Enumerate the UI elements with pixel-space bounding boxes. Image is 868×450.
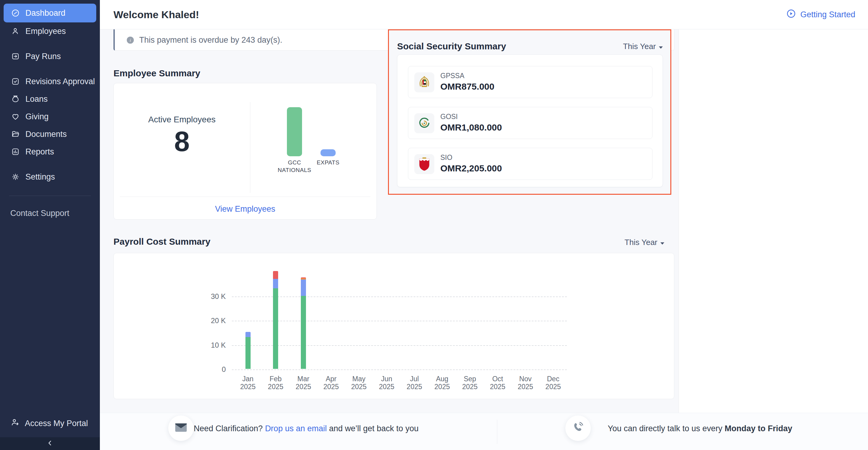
sidebar-item-label: Pay Runs <box>25 52 61 61</box>
sidebar-item-loans[interactable]: Loans <box>0 90 100 108</box>
bar-segment-blue <box>245 332 251 337</box>
period-label: This Year <box>623 42 656 51</box>
x-axis-label: Sep 2025 <box>456 375 484 391</box>
sidebar-item-label: Reports <box>25 147 54 156</box>
sidebar-item-label: Loans <box>25 94 48 104</box>
bar-segment-green <box>245 337 251 369</box>
x-axis-label: Oct 2025 <box>484 375 512 391</box>
mini-bar-expats <box>320 149 336 156</box>
right-empty-panel <box>679 29 868 413</box>
sidebar-item-employees[interactable]: Employees <box>0 22 100 40</box>
social-security-row-gosi[interactable]: GOSIOMR1,080.000 <box>408 107 652 139</box>
footer-email-prefix: Need Clarification? <box>194 424 265 433</box>
active-employees-count: 8 <box>114 126 250 157</box>
payroll-cost-title: Payroll Cost Summary <box>114 237 210 247</box>
x-axis-label: Mar 2025 <box>289 375 317 391</box>
footer-divider <box>497 420 497 444</box>
sidebar-item-label: Settings <box>25 172 55 182</box>
gosi-logo-icon <box>414 113 434 133</box>
revisions-approval-icon <box>10 76 21 87</box>
payroll-cost-card: 010 K20 K30 KJan 2025Feb 2025Mar 2025Apr… <box>114 253 674 399</box>
reports-icon <box>10 147 21 157</box>
employee-summary-card: Active Employees 8 GCC NATIONALSEXPATS V… <box>114 83 377 219</box>
bar-segment-blue <box>273 279 278 288</box>
sidebar-item-pay-runs[interactable]: Pay Runs <box>0 48 100 65</box>
sidebar-item-reports[interactable]: Reports <box>0 143 100 160</box>
authority-name: GPSSA <box>440 72 464 80</box>
support-footer: Need Clarification? Drop us an email and… <box>100 413 868 450</box>
chevron-left-icon <box>46 440 54 448</box>
documents-icon <box>10 129 21 139</box>
sidebar-item-settings[interactable]: Settings <box>0 168 100 186</box>
sidebar-item-label: Employees <box>25 27 66 36</box>
gridline <box>232 297 567 297</box>
sidebar-nav: DashboardEmployeesPay RunsRevisions Appr… <box>0 4 100 186</box>
page-title: Welcome Khaled! <box>114 9 199 21</box>
payroll-bar-jan-2025 <box>245 332 251 369</box>
phone-icon-circle <box>565 416 591 441</box>
y-axis-tick: 20 K <box>205 317 226 325</box>
bar-segment-red <box>273 271 278 279</box>
getting-started-label: Getting Started <box>800 10 855 19</box>
person-arrow-icon <box>10 418 20 429</box>
x-axis-label: Feb 2025 <box>262 375 290 391</box>
social-security-highlight-box: Social Security Summary This Year GPSSAO… <box>388 29 671 195</box>
payroll-bar-feb-2025 <box>273 271 278 369</box>
phone-icon <box>572 421 584 435</box>
employee-summary-title: Employee Summary <box>114 68 200 79</box>
gpssa-emblem-icon <box>414 72 434 92</box>
active-employees-label: Active Employees <box>114 115 250 124</box>
x-axis-label: Nov 2025 <box>512 375 539 391</box>
sidebar-item-documents[interactable]: Documents <box>0 125 100 143</box>
sidebar-item-giving[interactable]: Giving <box>0 108 100 125</box>
pay-runs-icon <box>10 51 21 61</box>
settings-icon <box>10 172 21 182</box>
drop-us-an-email-link[interactable]: Drop us an email <box>265 424 327 433</box>
sidebar-item-revisions-approval[interactable]: Revisions Approval <box>0 73 100 90</box>
caret-down-icon <box>660 238 664 247</box>
gridline <box>232 369 567 370</box>
mail-icon-circle <box>168 416 194 441</box>
sio-emblem-icon <box>414 154 434 174</box>
sidebar-item-access-my-portal[interactable]: Access My Portal <box>0 414 100 432</box>
mini-bar-label: EXPATS <box>307 159 349 167</box>
caret-down-icon <box>658 42 663 51</box>
top-header: Welcome Khaled! Getting Started <box>100 0 868 29</box>
payroll-period-dropdown[interactable]: This Year <box>625 238 664 247</box>
sidebar-collapse-button[interactable] <box>0 437 100 450</box>
dashboard-icon <box>10 8 21 18</box>
y-axis-tick: 0 <box>205 365 226 374</box>
x-axis-label: Jan 2025 <box>234 375 262 391</box>
footer-email-suffix: and we’ll get back to you <box>327 424 418 433</box>
sidebar-item-dashboard[interactable]: Dashboard <box>4 4 96 22</box>
authority-amount: OMR1,080.000 <box>440 122 502 132</box>
sidebar: DashboardEmployeesPay RunsRevisions Appr… <box>0 0 100 450</box>
getting-started-button[interactable]: Getting Started <box>786 9 855 21</box>
authority-name: SIO <box>440 153 453 162</box>
mini-bar-gcc-nationals <box>287 107 302 156</box>
mail-icon <box>175 423 187 433</box>
x-axis-label: Dec 2025 <box>539 375 567 391</box>
x-axis-label: Jun 2025 <box>373 375 401 391</box>
social-security-row-gpssa[interactable]: GPSSAOMR875.000 <box>408 66 652 98</box>
employees-icon <box>10 26 21 36</box>
loans-icon <box>10 94 21 104</box>
social-security-row-sio[interactable]: SIOOMR2,205.000 <box>408 148 652 180</box>
sidebar-item-contact-support[interactable]: Contact Support <box>0 205 100 222</box>
access-my-portal-label: Access My Portal <box>25 419 88 428</box>
y-axis-tick: 10 K <box>205 341 226 350</box>
contact-support-label: Contact Support <box>10 209 69 218</box>
footer-phone-prefix: You can directly talk to us every <box>608 424 724 433</box>
view-employees-link[interactable]: View Employees <box>114 204 376 214</box>
authority-amount: OMR2,205.000 <box>440 163 502 174</box>
social-security-period-dropdown[interactable]: This Year <box>623 42 663 51</box>
x-axis-label: May 2025 <box>345 375 373 391</box>
social-security-card: GPSSAOMR875.000GOSIOMR1,080.000SIOOMR2,2… <box>397 55 663 187</box>
footer-email-text: Need Clarification? Drop us an email and… <box>194 424 418 433</box>
footer-phone-days: Monday to Friday <box>724 424 792 433</box>
x-axis-label: Jul 2025 <box>400 375 428 391</box>
info-icon: i <box>127 37 134 43</box>
play-circle-icon <box>786 9 796 21</box>
bar-segment-blue <box>301 279 306 296</box>
authority-name: GOSI <box>440 113 458 121</box>
